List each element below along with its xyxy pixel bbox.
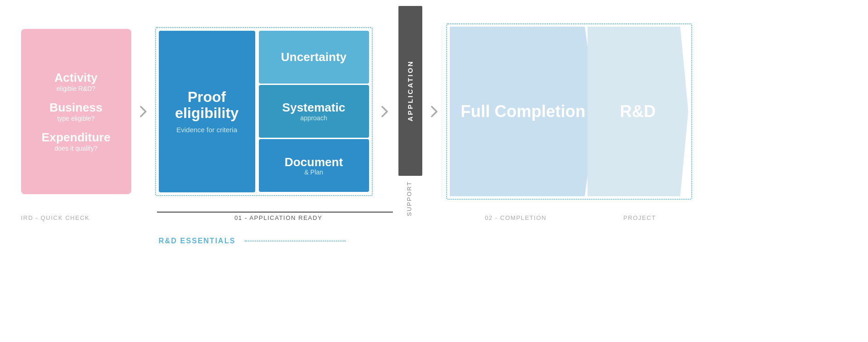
rd-essentials-label: R&D ESSENTIALS [159,237,236,245]
uncertainty-title: Uncertainty [281,50,347,64]
full-completion-box: Full Completion [450,27,597,196]
main-flow: Activity eligible R&D? Business type eli… [21,15,847,208]
divider-line-01 [157,212,393,213]
rd-essentials-dotted-line [245,241,346,241]
pink-item-expenditure: Expenditure does it qualify? [41,130,110,152]
rd-box: R&D [588,27,689,196]
pink-item-activity: Activity eligible R&D? [55,71,98,92]
dotted-boundary: Proof eligibility Evidence for criteria … [155,27,373,196]
application-section: APPLICATION SUPPORT [397,6,422,217]
arrow-3 [426,102,442,121]
support-label: SUPPORT [406,180,413,217]
application-text: APPLICATION [406,60,414,122]
rd-title: R&D [620,102,656,121]
uncertainty-box: Uncertainty [259,31,369,84]
systematic-box: Systematic approach [259,85,369,138]
document-subtitle: & Plan [304,168,323,176]
systematic-subtitle: approach [300,114,327,122]
labels-row: IRD - QUICK CHECK 01 - APPLICATION READY… [21,214,847,221]
diagram-wrapper: Activity eligible R&D? Business type eli… [21,15,847,327]
rd-essentials-row: R&D ESSENTIALS [21,237,847,245]
application-bar: APPLICATION [398,6,422,176]
labels-section: IRD - QUICK CHECK 01 - APPLICATION READY… [21,212,847,245]
document-box: Document & Plan [259,139,369,192]
arrow-1 [135,102,151,121]
expenditure-label: Expenditure [41,130,110,145]
activity-label: Activity [55,71,98,85]
proof-eligibility-box: Proof eligibility Evidence for criteria [159,31,255,192]
label-01: 01 - APPLICATION READY [161,214,397,221]
business-sublabel: type eligible? [50,115,103,122]
label-ird: IRD - QUICK CHECK [21,214,131,221]
criteria-boxes: Uncertainty Systematic approach Document… [259,31,369,192]
business-label: Business [50,101,103,115]
label-project: PROJECT [594,214,686,221]
proof-title: Proof eligibility [166,89,248,121]
pink-item-business: Business type eligible? [50,101,103,122]
arrow-2 [376,102,393,121]
completion-section: Full Completion R&D [446,23,692,200]
label-02: 02 - COMPLETION [442,214,589,221]
completion-title: Full Completion [461,102,586,121]
activity-sublabel: eligible R&D? [55,85,98,92]
document-title: Document [285,156,343,169]
proof-subtitle: Evidence for criteria [176,126,237,134]
systematic-title: Systematic [282,101,345,114]
pink-eligibility-box: Activity eligible R&D? Business type eli… [21,29,131,194]
expenditure-sublabel: does it qualify? [41,145,110,152]
